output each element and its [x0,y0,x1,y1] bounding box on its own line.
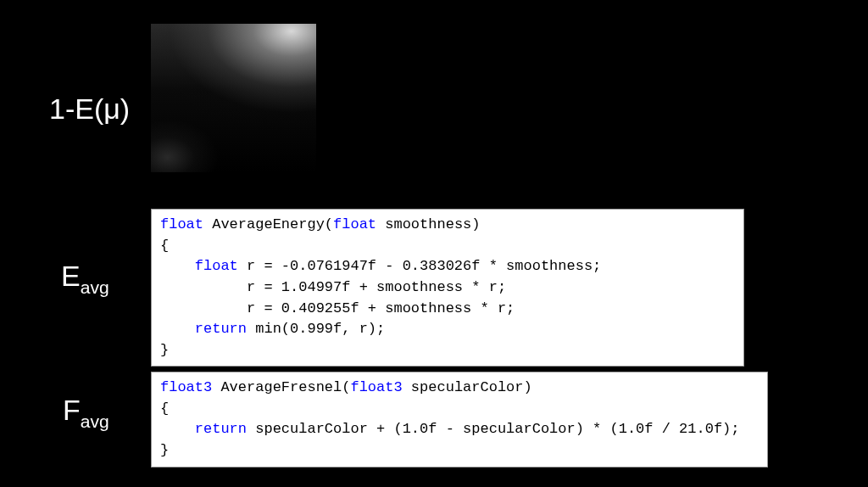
code-block-average-energy: float AverageEnergy(float smoothness) { … [151,209,744,367]
code-text: specularColor) [403,379,532,395]
label-energy-loss: 1-E(μ) [49,92,130,126]
f-avg-base: F [63,394,81,426]
code-text: r = 0.409255f + smoothness * r; [247,300,515,316]
kw-float3: float3 [160,379,212,395]
code-indent [160,321,195,337]
label-e-avg: Eavg [61,260,109,297]
kw-return: return [195,421,247,437]
f-avg-sub: avg [81,411,109,431]
code-text: { [160,400,169,417]
kw-return: return [195,321,247,337]
code-indent [160,258,195,274]
kw-float: float [160,216,203,232]
code-block-average-fresnel: float3 AverageFresnel(float3 specularCol… [151,372,768,467]
code-text: AverageFresnel( [212,379,350,395]
code-indent [160,279,247,295]
e-avg-base: E [61,260,81,292]
label-f-avg: Favg [63,394,109,431]
code-text: r = -0.0761947f - 0.383026f * smoothness… [238,258,601,274]
code-text: min(0.999f, r); [247,321,385,337]
energy-loss-mu: μ [103,92,120,125]
code-text: smoothness) [376,216,480,232]
code-text: specularColor + (1.0f - specularColor) *… [247,421,740,437]
kw-float3: float3 [350,379,402,395]
code-text: { [160,238,169,254]
code-indent [160,421,195,437]
kw-float: float [333,216,376,232]
code-indent [160,300,247,316]
kw-float: float [195,258,238,274]
e-avg-sub: avg [81,277,109,297]
code-text: AverageEnergy( [203,216,333,232]
code-text: r = 1.04997f + smoothness * r; [247,279,506,295]
code-text: } [160,342,169,358]
energy-loss-gradient-image [151,24,316,172]
energy-loss-post: ) [120,92,130,125]
code-text: } [160,442,169,458]
energy-loss-pre: 1-E( [49,92,103,125]
